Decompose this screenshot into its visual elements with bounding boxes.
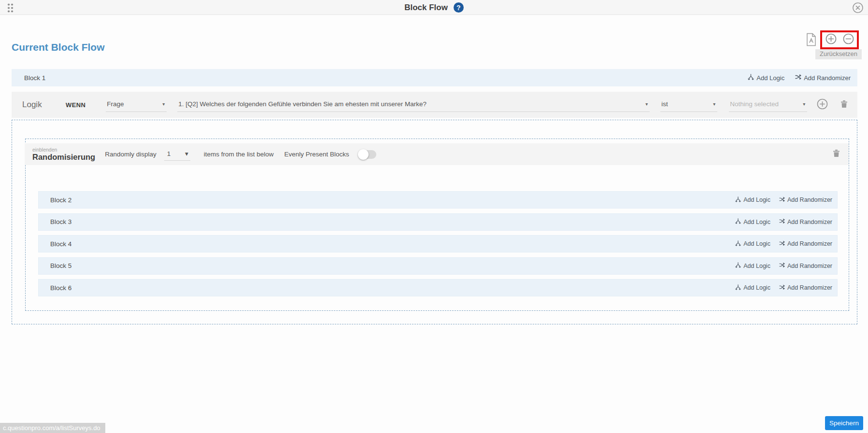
add-randomizer-button[interactable]: Add Randomizer: [779, 240, 832, 248]
add-logic-button[interactable]: Add Logic: [735, 262, 770, 269]
add-randomizer-button[interactable]: Add Randomizer: [779, 196, 832, 204]
block-label: Block 4: [50, 240, 71, 248]
evenly-present-label: Evenly Present Blocks: [285, 151, 349, 158]
zoom-in-icon[interactable]: [825, 33, 837, 46]
add-logic-button[interactable]: Add Logic: [735, 196, 770, 204]
block-flow-dialog: Block Flow ? Current Block Flow: [0, 0, 868, 433]
dialog-title: Block Flow: [404, 3, 448, 13]
block-row-3[interactable]: Block 3 Add Logic Add Randomizer: [38, 213, 838, 231]
logic-label: Logik: [22, 100, 52, 110]
delete-logic-icon[interactable]: [840, 100, 848, 110]
chevron-down-icon: ▾: [713, 101, 715, 107]
block-row-5[interactable]: Block 5 Add Logic Add Randomizer: [38, 257, 838, 275]
block-row-6[interactable]: Block 6 Add Logic Add Randomizer: [38, 279, 838, 296]
logic-value-select[interactable]: Nothing selected▾: [729, 98, 807, 112]
shuffle-icon: [779, 284, 785, 292]
branch-icon: [748, 74, 754, 82]
reset-tooltip: Zurücksetzen: [815, 49, 862, 59]
add-randomizer-button[interactable]: Add Randomizer: [779, 262, 832, 269]
add-logic-button[interactable]: Add Logic: [735, 284, 770, 292]
branch-icon: [735, 284, 741, 292]
chevron-down-icon: ▾: [645, 101, 648, 107]
add-randomizer-button[interactable]: Add Randomizer: [779, 218, 832, 225]
block-label: Block 6: [50, 284, 71, 292]
shuffle-icon: [779, 196, 785, 204]
branch-icon: [735, 240, 741, 248]
branch-icon: [735, 196, 741, 204]
browser-status-url: c.questionpro.com/a/listSurveys.do: [0, 423, 105, 433]
chevron-down-icon: ▾: [185, 150, 188, 157]
add-logic-button[interactable]: Add Logic: [735, 218, 770, 225]
items-from-list-label: items from the list below: [204, 151, 274, 158]
logic-target-container: einblenden Randomisierung Randomly displ…: [12, 120, 857, 324]
toggle-knob: [358, 149, 369, 160]
save-button[interactable]: Speichern: [825, 416, 863, 430]
close-icon[interactable]: [852, 2, 864, 15]
randomizer-container: einblenden Randomisierung Randomly displ…: [25, 139, 849, 311]
block-label: Block 1: [24, 74, 45, 82]
randomly-display-label: Randomly display: [105, 151, 157, 158]
block-label: Block 3: [50, 218, 71, 225]
logic-question-select[interactable]: 1. [Q2] Welches der folgenden Gefühle ve…: [177, 98, 650, 112]
highlight-annotation: [820, 30, 859, 49]
condition-keyword: WENN: [66, 101, 85, 109]
logic-row: Logik WENN Frage▾ 1. [Q2] Welches der fo…: [12, 92, 857, 118]
dialog-titlebar: Block Flow ?: [0, 0, 868, 15]
add-randomizer-button[interactable]: Add Randomizer: [779, 284, 832, 292]
block-label: Block 5: [50, 262, 71, 269]
logic-type-select[interactable]: Frage▾: [106, 98, 167, 112]
pdf-export-icon[interactable]: [806, 33, 817, 48]
block-row-1[interactable]: Block 1 Add Logic Add Randomizer: [12, 69, 857, 86]
add-logic-button[interactable]: Add Logic: [748, 74, 784, 82]
page-title: Current Block Flow: [12, 42, 105, 53]
add-randomizer-button[interactable]: Add Randomizer: [795, 74, 851, 82]
logic-operator-select[interactable]: ist▾: [660, 98, 717, 112]
help-icon[interactable]: ?: [454, 2, 464, 13]
block-label: Block 2: [50, 196, 71, 204]
block-row-2[interactable]: Block 2 Add Logic Add Randomizer: [38, 191, 838, 209]
shuffle-icon: [779, 240, 785, 248]
evenly-present-toggle[interactable]: [359, 150, 376, 159]
delete-randomizer-icon[interactable]: [833, 149, 840, 159]
randomizer-overline: einblenden: [32, 147, 95, 153]
branch-icon: [735, 262, 741, 269]
randomizer-header: einblenden Randomisierung Randomly displ…: [25, 143, 849, 165]
add-logic-button[interactable]: Add Logic: [735, 240, 770, 248]
block-row-4[interactable]: Block 4 Add Logic Add Randomizer: [38, 235, 838, 252]
chevron-down-icon: ▾: [162, 101, 165, 107]
randomizer-title: Randomisierung: [32, 153, 95, 161]
chevron-down-icon: ▾: [803, 101, 805, 107]
add-condition-icon[interactable]: [817, 98, 828, 112]
shuffle-icon: [795, 74, 801, 82]
shuffle-icon: [779, 218, 785, 225]
zoom-out-icon[interactable]: [843, 33, 854, 46]
randomized-blocks-list: Block 2 Add Logic Add Randomizer Block: [38, 191, 838, 301]
branch-icon: [735, 218, 741, 225]
randomizer-count-select[interactable]: 1▾: [164, 148, 190, 161]
shuffle-icon: [779, 262, 785, 269]
